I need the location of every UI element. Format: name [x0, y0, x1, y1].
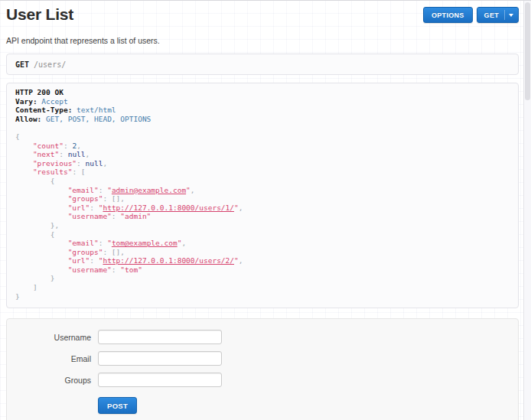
page-header: User List OPTIONS GET [6, 1, 519, 24]
username-row: Username [7, 330, 518, 344]
post-button[interactable]: POST [98, 397, 137, 414]
browsable-api-page: User List OPTIONS GET API endpoint that … [6, 1, 519, 420]
page-description: API endpoint that represents a list of u… [6, 36, 519, 45]
get-dropdown-toggle[interactable] [504, 10, 518, 20]
groups-label: Groups [7, 376, 91, 385]
scrollbar-thumb[interactable] [525, 2, 530, 100]
form-actions: POST [98, 397, 518, 414]
get-button[interactable]: GET [477, 7, 519, 23]
json-url-link[interactable]: http://127.0.0.1:8000/users/2/ [103, 256, 234, 265]
email-row: Email [7, 351, 518, 366]
post-form-panel: UsernameEmailGroups POST [6, 318, 519, 420]
request-method: GET [15, 60, 29, 69]
form-rows: UsernameEmailGroups [7, 330, 518, 387]
groups-input[interactable] [98, 373, 222, 387]
response-content: HTTP 200 OK Vary: Accept Content-Type: t… [15, 88, 510, 301]
get-button-label[interactable]: GET [477, 8, 504, 22]
json-url-link[interactable]: http://127.0.0.1:8000/users/1/ [103, 203, 234, 212]
page-title: User List [6, 5, 73, 24]
header-buttons: OPTIONS GET [423, 7, 519, 23]
chevron-down-icon [509, 14, 513, 17]
json-email-link[interactable]: admin@example.com [112, 186, 186, 194]
username-input[interactable] [98, 330, 222, 344]
username-label: Username [7, 333, 91, 342]
request-line-box: GET/users/ [6, 54, 519, 75]
request-path: /users/ [34, 60, 66, 69]
json-email-link[interactable]: tom@example.com [112, 239, 178, 247]
scrollbar-track[interactable] [523, 1, 531, 420]
email-label: Email [7, 354, 91, 363]
email-input[interactable] [98, 351, 222, 366]
options-button[interactable]: OPTIONS [423, 7, 473, 23]
response-panel: HTTP 200 OK Vary: Accept Content-Type: t… [6, 83, 519, 308]
groups-row: Groups [7, 373, 518, 387]
